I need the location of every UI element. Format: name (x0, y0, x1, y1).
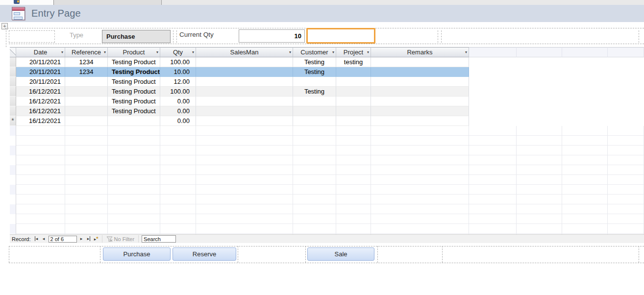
cell-product[interactable]: Testing Product (108, 87, 160, 97)
column-dropdown-icon[interactable]: ▾ (156, 50, 158, 54)
cell-project[interactable] (336, 97, 371, 106)
column-dropdown-icon[interactable]: ▾ (332, 50, 334, 54)
search-input[interactable] (142, 235, 176, 243)
column-header-reference[interactable]: Reference▾ (65, 47, 108, 57)
column-header-project[interactable]: Project▾ (336, 47, 371, 57)
column-header-customer[interactable]: Customer▾ (293, 47, 336, 57)
type-combo[interactable]: Purchase (102, 30, 171, 43)
column-dropdown-icon[interactable]: ▾ (104, 50, 106, 54)
cell-salesman[interactable] (196, 116, 293, 126)
cell-qty[interactable]: 0.00 (160, 106, 196, 116)
cell-customer[interactable] (293, 77, 336, 87)
cell-salesman[interactable] (196, 97, 293, 106)
column-header-label: Reference (72, 49, 101, 56)
first-record-button[interactable]: ◂ (33, 236, 40, 243)
column-dropdown-icon[interactable]: ▾ (289, 50, 291, 54)
focused-empty-field[interactable] (306, 28, 375, 44)
cell-product[interactable]: Testing Product (108, 77, 160, 87)
cell-reference[interactable] (65, 116, 108, 126)
column-header-remarks[interactable]: Remarks▾ (371, 47, 469, 57)
column-dropdown-icon[interactable]: ▾ (465, 50, 467, 54)
new-record-selector[interactable]: * (10, 116, 16, 126)
cell-product[interactable]: Testing Product (108, 97, 160, 106)
record-selector[interactable] (10, 77, 16, 87)
cell-project[interactable] (336, 87, 371, 97)
cell-remarks[interactable] (371, 116, 469, 126)
cell-customer[interactable]: Testing (293, 57, 336, 67)
cell-remarks[interactable] (371, 67, 469, 77)
cell-project[interactable]: testing (336, 57, 371, 67)
no-filter-button[interactable]: No Filter (104, 236, 137, 242)
cell-date[interactable]: 20/11/2021 (16, 77, 65, 87)
cell-project[interactable] (336, 67, 371, 77)
cell-salesman[interactable] (196, 106, 293, 116)
cell-remarks[interactable] (371, 77, 469, 87)
purchase-button[interactable]: Purchase (103, 247, 171, 261)
record-selector[interactable] (10, 97, 16, 106)
cell-reference[interactable] (65, 97, 108, 106)
tab-entry-page[interactable] (0, 0, 54, 5)
cell-date[interactable]: 16/12/2021 (16, 106, 65, 116)
cell-salesman[interactable] (196, 87, 293, 97)
cell-qty[interactable]: 0.00 (160, 116, 196, 126)
cell-remarks[interactable] (371, 87, 469, 97)
cell-date[interactable]: 20/11/2021 (16, 57, 65, 67)
cell-reference[interactable]: 1234 (65, 67, 108, 77)
column-dropdown-icon[interactable]: ▾ (61, 50, 63, 54)
column-dropdown-icon[interactable]: ▾ (192, 50, 194, 54)
cell-product[interactable]: Testing Product (108, 106, 160, 116)
cell-date[interactable]: 16/12/2021 (16, 116, 65, 126)
cell-remarks[interactable] (371, 106, 469, 116)
cell-project[interactable] (336, 106, 371, 116)
cell-qty[interactable]: 100.00 (160, 87, 196, 97)
cell-remarks[interactable] (371, 57, 469, 67)
cell-qty[interactable]: 10.00 (160, 67, 196, 77)
new-record-button[interactable]: ▸* (93, 236, 100, 243)
cell-salesman[interactable] (196, 57, 293, 67)
cell-remarks[interactable] (371, 97, 469, 106)
cell-salesman[interactable] (196, 67, 293, 77)
record-selector[interactable] (10, 106, 16, 116)
column-header-date[interactable]: Date▾ (16, 47, 65, 57)
next-record-button[interactable]: ▸ (78, 236, 85, 243)
column-header-product[interactable]: Product▾ (108, 47, 160, 57)
cell-reference[interactable] (65, 77, 108, 87)
cell-qty[interactable]: 100.00 (160, 57, 196, 67)
previous-record-button[interactable]: ◂ (40, 236, 48, 243)
record-position-box[interactable]: 2 of 6 (49, 236, 77, 243)
record-selector[interactable] (10, 57, 16, 67)
cell-customer[interactable]: Testing (293, 87, 336, 97)
cell-project[interactable] (336, 77, 371, 87)
last-record-button[interactable]: ▸ (85, 236, 93, 243)
cell-product[interactable] (108, 116, 160, 126)
cell-date[interactable]: 16/12/2021 (16, 97, 65, 106)
record-selector[interactable] (10, 87, 16, 97)
record-selector[interactable] (10, 67, 16, 77)
column-dropdown-icon[interactable]: ▾ (367, 50, 369, 54)
cell-qty[interactable]: 12.00 (160, 77, 196, 87)
cell-customer[interactable]: Testing (293, 67, 336, 77)
cell-date[interactable]: 20/11/2021 (16, 67, 65, 77)
cell-reference[interactable]: 1234 (65, 57, 108, 67)
sale-button[interactable]: Sale (307, 247, 374, 261)
cell-customer[interactable] (293, 97, 336, 106)
layout-move-handle[interactable]: + (1, 23, 8, 29)
current-qty-field[interactable]: 10 (239, 29, 305, 43)
datasheet-select-all-corner[interactable] (10, 47, 16, 57)
cell-product[interactable]: Testing Product (108, 57, 160, 67)
cell-product[interactable]: Testing Product (108, 67, 160, 77)
gridline (107, 126, 108, 234)
cell-salesman[interactable] (196, 77, 293, 87)
cell-reference[interactable] (65, 106, 108, 116)
cell-qty[interactable]: 0.00 (160, 97, 196, 106)
cell-date[interactable]: 16/12/2021 (16, 87, 65, 97)
empty-layout-cell[interactable] (9, 30, 55, 43)
cell-customer[interactable] (293, 106, 336, 116)
reserve-button[interactable]: Reserve (173, 247, 236, 261)
cell-reference[interactable] (65, 87, 108, 97)
column-header-qty[interactable]: Qty▾ (160, 47, 196, 57)
cell-project[interactable] (336, 116, 371, 126)
column-header-salesman[interactable]: SalesMan▾ (196, 47, 293, 57)
cell-customer[interactable] (293, 116, 336, 126)
datasheet-empty-area (10, 126, 644, 234)
